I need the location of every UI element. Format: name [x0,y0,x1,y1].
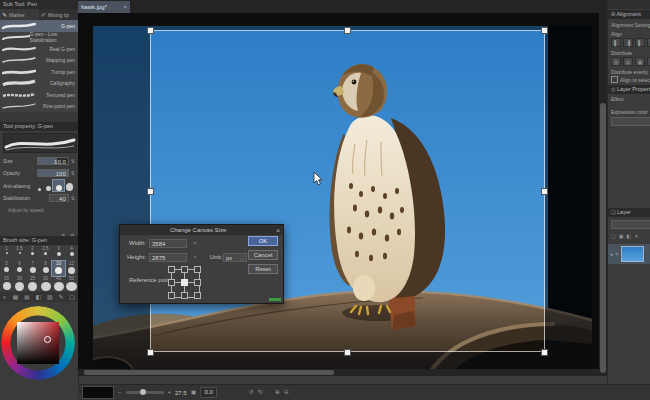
stabilization-slider[interactable]: 40 [49,194,69,202]
subtool-item-real-g-pen[interactable]: Real G-pen [0,43,78,55]
subtool-item-calligraphy[interactable]: Calligraphy [0,78,78,90]
dialog-resize-grip[interactable] [269,298,281,301]
align-to-selection-checkbox[interactable] [611,76,618,83]
new-folder-icon[interactable]: ▣ [619,232,624,241]
subtool-item-fine-point-pen[interactable]: Fine-point pen [0,101,78,113]
brush-size-option[interactable]: 40 [52,276,65,291]
align-left-button[interactable]: ▌ [611,38,621,47]
reset-view-icon[interactable]: ⊖ [284,388,289,397]
document-tab[interactable]: hawk.jpg* × [78,1,130,13]
canvas-viewport[interactable] [78,13,607,376]
subtool-item-mapping-pen[interactable]: Mapping pen [0,55,78,67]
brush-size-option[interactable]: 25 [26,276,39,291]
blend-mode-select[interactable] [611,220,650,229]
color-slider-tab-icon[interactable]: ▤ [24,293,30,302]
reference-point-top-right[interactable] [194,266,201,273]
reference-point-bottom-right[interactable] [194,292,201,299]
reference-point-center-selected[interactable] [181,279,188,286]
fit-to-screen-icon[interactable]: ▣ [191,388,197,397]
rotate-cw-icon[interactable]: ↻ [258,388,263,397]
vertical-scrollbar[interactable] [599,13,607,376]
delete-layer-icon[interactable]: ✕ [634,232,638,241]
brush-size-option[interactable]: 20 [13,276,26,291]
resize-handle-bottom-center[interactable] [344,349,351,356]
intermediate-color-tab-icon[interactable]: ◧ [35,293,41,302]
distribute-horizontal-button[interactable]: ▥ [611,57,621,66]
brush-size-option[interactable]: 12 [65,261,78,276]
color-set-tab-icon[interactable]: ▦ [12,293,18,302]
brush-size-option[interactable]: 50 [65,276,78,291]
subtool-tab-mixing-tip[interactable]: ✐ Mixing tip [39,9,78,20]
reference-point-bottom-center[interactable] [181,292,188,299]
brush-size-option[interactable]: 1.5 [13,246,26,261]
height-lock-chevron-icon[interactable]: > [193,253,197,262]
resize-handle-top-center[interactable] [344,27,351,34]
resize-handle-top-right[interactable] [541,27,548,34]
width-lock-chevron-icon[interactable]: > [193,239,197,248]
brush-size-option[interactable]: 1 [0,246,13,261]
reference-point-top-center[interactable] [181,266,188,273]
dialog-title-bar[interactable]: Change Canvas Size × [120,225,283,235]
brush-size-option[interactable]: 4 [65,246,78,261]
subtool-item-g-pen[interactable]: G-pen [0,20,78,32]
resize-handle-bottom-left[interactable] [147,349,154,356]
resize-handle-top-left[interactable] [147,27,154,34]
expression-color-select[interactable] [611,117,650,126]
align-center-button[interactable]: ▐ [623,38,633,47]
subtool-item-textured-pen[interactable]: Textured pen [0,89,78,101]
subtool-item-turnip-pen[interactable]: Turnip pen [0,66,78,78]
brush-size-option[interactable]: 5 [0,261,13,276]
reference-point-middle-right[interactable] [194,279,201,286]
size-stepper-icon[interactable]: ⇅ [71,157,75,166]
layer-row[interactable]: ● ✎ [608,244,650,264]
brush-size-option[interactable]: 2.5 [39,246,52,261]
resize-handle-bottom-right[interactable] [541,349,548,356]
zoom-out-icon[interactable]: − [118,388,122,397]
resize-handle-middle-left[interactable] [147,188,154,195]
layer-visibility-eye-icon[interactable]: ● [610,250,613,259]
zoom-slider-handle[interactable] [140,389,146,395]
property-row-adjust-by-speed[interactable]: Adjust by speed [0,204,78,215]
dialog-close-icon[interactable]: × [276,227,283,234]
cancel-button[interactable]: Cancel [248,250,278,260]
zoom-slider[interactable] [126,391,164,394]
horizontal-scrollbar[interactable] [78,369,599,376]
brush-size-option[interactable]: 7 [26,261,39,276]
brush-size-option[interactable]: 15 [0,276,13,291]
reference-point-top-left[interactable] [168,266,175,273]
flip-horizontal-icon[interactable]: ⊕ [275,388,280,397]
brush-size-option-selected[interactable]: 10 [52,261,65,276]
layer-mask-icon[interactable]: ◧ [626,232,631,241]
distribute-vertical-button[interactable]: ▤ [623,57,633,66]
subtool-item-g-pen-low-stab[interactable]: G-pen - Low Stabilization [0,32,78,44]
reference-point-middle-left[interactable] [168,279,175,286]
align-right-button[interactable]: ▌ [635,38,645,47]
subtool-tab-marker[interactable]: ✎ Marker [0,9,39,20]
color-history-tab-icon[interactable]: ✎ [58,293,63,302]
new-layer-icon[interactable]: ▢ [611,232,616,241]
horizontal-scrollbar-thumb[interactable] [84,370,334,375]
width-input[interactable]: 3584 [149,239,187,248]
reset-button[interactable]: Reset [248,264,278,274]
brush-size-option[interactable]: 30 [39,276,52,291]
align-to-selection-row[interactable]: Align to selection [611,76,650,83]
vertical-scrollbar-thumb[interactable] [600,103,606,373]
brush-size-option[interactable]: 2 [26,246,39,261]
antialias-middle-button[interactable] [53,180,64,191]
height-input[interactable]: 2875 [149,253,187,262]
resize-handle-middle-right[interactable] [541,188,548,195]
size-slider[interactable]: 10.0 [37,157,69,165]
approximate-color-tab-icon[interactable]: ▧ [47,293,53,302]
brush-size-option[interactable]: 6 [13,261,26,276]
brush-size-option[interactable]: 8 [39,261,52,276]
color-sv-square[interactable] [17,322,59,364]
color-wheel-tab-icon[interactable]: ◐ [3,293,7,302]
rotate-ccw-icon[interactable]: ↺ [249,388,254,397]
unit-select[interactable]: px ⌄ [223,253,247,262]
reference-point-bottom-left[interactable] [168,292,175,299]
color-mixer-tab-icon[interactable]: ▢ [69,293,75,302]
distribute-edges-button[interactable]: ▦ [635,57,645,66]
tab-close-icon[interactable]: × [123,4,127,10]
zoom-in-icon[interactable]: + [168,388,172,397]
brush-size-option[interactable]: 3 [52,246,65,261]
